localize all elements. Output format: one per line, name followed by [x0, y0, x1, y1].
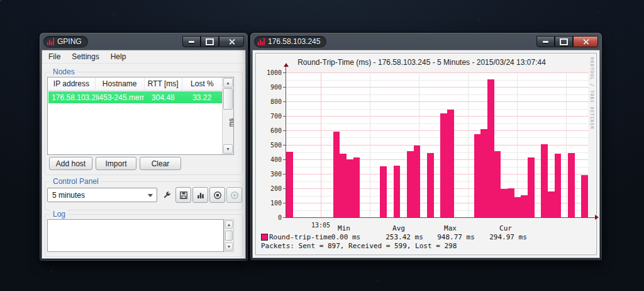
- gridline-h: [286, 123, 588, 124]
- close-button[interactable]: [219, 36, 244, 47]
- rrdtool-watermark: RRDTOOL / TOBI OETIKER: [589, 57, 594, 130]
- table-row[interactable]: 176.58.103.2li453-245.mem304.4833.22: [48, 91, 222, 103]
- rtt-bar: [555, 154, 561, 217]
- chart-titlebar[interactable]: 176.58.103.245: [250, 33, 602, 50]
- rtt-bar: [286, 152, 293, 217]
- chart-plot-area: 13:05 01002003004005006007008009001000: [286, 72, 588, 217]
- column-header-lost-[interactable]: Lost %: [182, 77, 223, 90]
- gridline-v-major: [321, 72, 321, 217]
- scroll-down-button[interactable]: ▼: [223, 144, 233, 154]
- chart-client-area: Round-Trip-Time (ms) - 176.58.103.245 - …: [253, 50, 599, 258]
- table-cell: 33.22: [182, 93, 222, 102]
- nodes-buttons-row: Add hostImportClear: [49, 157, 181, 170]
- interval-select-value: 5 minutes: [52, 191, 85, 200]
- rtt-bar: [440, 113, 447, 217]
- log-scrollbar-thumb[interactable]: [225, 231, 233, 241]
- record-icon: [213, 191, 222, 200]
- log-scroll-down-button[interactable]: ▼: [225, 243, 233, 251]
- y-tick-mark: [283, 145, 286, 146]
- menu-item-settings[interactable]: Settings: [72, 52, 99, 61]
- packets-line: Packets: Sent = 897, Received = 599, Los…: [261, 242, 457, 250]
- log-scroll-up-button[interactable]: ▲: [225, 220, 233, 229]
- gridline-v: [566, 72, 567, 217]
- rtt-bar: [514, 197, 521, 217]
- table-cell: 304.48: [144, 93, 182, 102]
- y-tick-mark: [283, 188, 286, 189]
- nodes-table-scrollbar[interactable]: ▲ ▼: [222, 77, 233, 154]
- x-axis-line: [286, 217, 595, 218]
- log-textarea[interactable]: [47, 219, 224, 252]
- stats-header-max: Max: [444, 224, 457, 232]
- rtt-bar: [353, 157, 360, 217]
- y-tick-label: 100: [258, 200, 282, 207]
- wrench-button[interactable]: [158, 187, 174, 203]
- close-icon: [582, 38, 589, 45]
- record-button[interactable]: [209, 187, 225, 203]
- minimize-button[interactable]: [536, 36, 555, 47]
- wrench-icon: [162, 191, 171, 200]
- rtt-bar: [494, 151, 501, 217]
- gping-titlebar[interactable]: GPING: [40, 33, 248, 50]
- maximize-button[interactable]: [201, 36, 219, 47]
- gping-app-icon: [47, 38, 54, 45]
- column-header-hostname[interactable]: Hostname: [96, 77, 145, 90]
- add-host-button[interactable]: Add host: [49, 157, 92, 170]
- clear-button[interactable]: Clear: [140, 157, 181, 170]
- chart-icon: [196, 191, 205, 200]
- nodes-group-label: Nodes: [50, 67, 77, 76]
- rtt-bar: [528, 157, 535, 217]
- chart-button[interactable]: [192, 187, 208, 203]
- gping-client-area: FileSettingsHelp Nodes IP addressHostnam…: [42, 50, 245, 258]
- import-button[interactable]: Import: [96, 157, 136, 170]
- y-tick-mark: [283, 116, 286, 117]
- rtt-bar: [394, 166, 400, 217]
- gridline-h: [286, 80, 588, 81]
- gridline-h: [286, 101, 588, 102]
- rtt-bar: [521, 195, 528, 217]
- rtt-bar: [447, 110, 454, 217]
- rtt-bar: [407, 151, 414, 217]
- y-axis-arrow-icon: [284, 63, 289, 67]
- rtt-bar: [548, 191, 555, 217]
- y-tick-mark: [283, 203, 286, 203]
- gridline-v: [370, 72, 370, 217]
- close-icon: [228, 38, 235, 45]
- chart-stats-block: Round-trip-time Packets: Sent = 897, Rec…: [261, 224, 588, 251]
- chart-app-icon: [258, 38, 265, 45]
- close-button[interactable]: [573, 36, 598, 47]
- minimize-button[interactable]: [182, 36, 201, 47]
- gridline-h: [286, 116, 588, 117]
- rtt-bar: [380, 166, 387, 217]
- maximize-button[interactable]: [555, 36, 573, 47]
- chevron-down-icon: [148, 194, 153, 197]
- y-tick-mark: [283, 217, 286, 218]
- play-button: [226, 187, 242, 203]
- menu-item-help[interactable]: Help: [111, 52, 126, 61]
- rtt-bar: [427, 153, 434, 217]
- scroll-up-icon: ▲: [226, 81, 230, 85]
- control-panel-toolbar: [158, 187, 242, 203]
- log-scrollbar[interactable]: ▲ ▼: [224, 219, 234, 252]
- menu-item-file[interactable]: File: [48, 52, 60, 61]
- y-tick-label: 1000: [258, 69, 282, 76]
- interval-select[interactable]: 5 minutes: [47, 188, 157, 202]
- scrollbar-thumb[interactable]: [223, 88, 233, 110]
- y-tick-label: 0: [258, 214, 282, 221]
- nodes-table: IP addressHostnameRTT [ms]Lost % 176.58.…: [47, 77, 234, 155]
- chart-surface: Round-Trip-Time (ms) - 176.58.103.245 - …: [255, 53, 597, 255]
- save-button[interactable]: [175, 187, 191, 203]
- column-header-rtt-ms-[interactable]: RTT [ms]: [145, 77, 182, 90]
- y-tick-label: 900: [258, 84, 282, 91]
- y-tick-label: 400: [258, 156, 282, 163]
- column-header-ip-address[interactable]: IP address: [48, 77, 96, 90]
- gridline-h: [286, 87, 588, 88]
- y-tick-label: 800: [258, 98, 282, 105]
- y-tick-mark: [283, 101, 286, 102]
- stats-value-min: 0.00 ms: [331, 233, 360, 241]
- scroll-down-icon: ▼: [227, 244, 231, 249]
- scroll-up-button[interactable]: ▲: [223, 78, 233, 88]
- y-tick-mark: [283, 174, 286, 174]
- gridline-v: [468, 72, 469, 217]
- rtt-bar: [541, 144, 548, 217]
- control-panel-label: Control Panel: [50, 177, 101, 186]
